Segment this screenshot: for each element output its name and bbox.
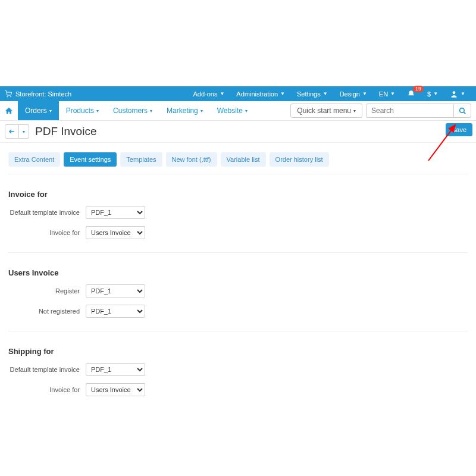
storefront-label[interactable]: Storefront: Simtech <box>15 90 71 98</box>
home-icon[interactable] <box>0 101 18 120</box>
section-invoice-for: Invoice for Default template invoice PDF… <box>0 178 476 249</box>
nav-website[interactable]: Website▾ <box>210 101 255 120</box>
svg-line-4 <box>464 112 465 114</box>
row-default-template: Default template invoice PDF_1 <box>8 363 468 376</box>
back-button[interactable] <box>5 124 19 139</box>
svg-point-0 <box>7 96 8 97</box>
svg-point-3 <box>459 108 464 112</box>
notification-badge: 19 <box>413 86 424 92</box>
section-users-invoice: Users Invoice Register PDF_1 Not registe… <box>0 256 476 327</box>
nav-customers[interactable]: Customers▾ <box>106 101 159 120</box>
tabs: Extra Content Event settings Templates N… <box>0 143 476 170</box>
menu-addons[interactable]: Add-ons▼ <box>187 90 230 98</box>
nav-products[interactable]: Products▾ <box>59 101 106 120</box>
divider <box>8 174 468 174</box>
menu-settings[interactable]: Settings▼ <box>291 90 334 98</box>
save-button[interactable]: Save <box>446 123 472 136</box>
menu-user[interactable]: ▼ <box>444 90 471 98</box>
search-input[interactable] <box>366 104 454 118</box>
section-title: Shipping for <box>8 347 468 356</box>
label: Invoice for <box>8 386 86 393</box>
section-title: Users Invoice <box>8 268 468 277</box>
menu-design[interactable]: Design▼ <box>334 90 373 98</box>
quick-start-menu[interactable]: Quick start menu▾ <box>290 104 362 118</box>
row-invoice-for: Invoice for Users Invoice <box>8 383 468 396</box>
tab-new-font[interactable]: New font (.ttf) <box>166 152 217 167</box>
row-default-template: Default template invoice PDF_1 <box>8 206 468 219</box>
notifications-icon[interactable]: 19 <box>401 90 421 98</box>
search-button[interactable] <box>454 104 471 118</box>
section-title: Invoice for <box>8 190 468 199</box>
back-dropdown[interactable]: ▾ <box>19 124 29 139</box>
label: Register <box>8 287 86 295</box>
divider <box>8 252 468 253</box>
label: Invoice for <box>8 229 86 236</box>
select-invoice-for[interactable]: Users Invoice <box>86 383 145 396</box>
label: Default template invoice <box>8 366 86 373</box>
select-not-registered[interactable]: PDF_1 <box>86 305 145 318</box>
select-default-template[interactable]: PDF_1 <box>86 206 145 219</box>
divider <box>8 331 468 331</box>
tab-templates[interactable]: Templates <box>120 152 162 167</box>
svg-point-2 <box>453 91 456 94</box>
menu-language[interactable]: EN▼ <box>373 90 401 98</box>
tab-variable-list[interactable]: Variable list <box>221 152 266 167</box>
cart-icon <box>5 90 12 98</box>
label: Default template invoice <box>8 209 86 216</box>
menu-administration[interactable]: Administration▼ <box>230 90 291 98</box>
top-bar: Storefront: Simtech Add-ons▼ Administrat… <box>0 86 476 101</box>
label: Not registered <box>8 308 86 315</box>
row-not-registered: Not registered PDF_1 <box>8 305 468 318</box>
page-header: ▾ PDF Invoice Save <box>0 121 476 143</box>
nav-bar: Orders▾ Products▾ Customers▾ Marketing▾ … <box>0 101 476 121</box>
section-shipping-for: Shipping for Default template invoice PD… <box>0 335 476 406</box>
svg-point-1 <box>11 96 11 97</box>
row-register: Register PDF_1 <box>8 284 468 298</box>
select-register[interactable]: PDF_1 <box>86 284 145 298</box>
tab-order-history-list[interactable]: Order history list <box>270 152 329 167</box>
nav-orders[interactable]: Orders▾ <box>18 101 59 120</box>
select-invoice-for[interactable]: Users Invoice <box>86 226 145 239</box>
menu-currency[interactable]: $▼ <box>421 90 444 98</box>
page-title: PDF Invoice <box>35 125 96 138</box>
tab-extra-content[interactable]: Extra Content <box>8 152 60 167</box>
tab-event-settings[interactable]: Event settings <box>64 152 117 167</box>
row-invoice-for: Invoice for Users Invoice <box>8 226 468 239</box>
nav-marketing[interactable]: Marketing▾ <box>159 101 210 120</box>
select-default-template[interactable]: PDF_1 <box>86 363 145 376</box>
